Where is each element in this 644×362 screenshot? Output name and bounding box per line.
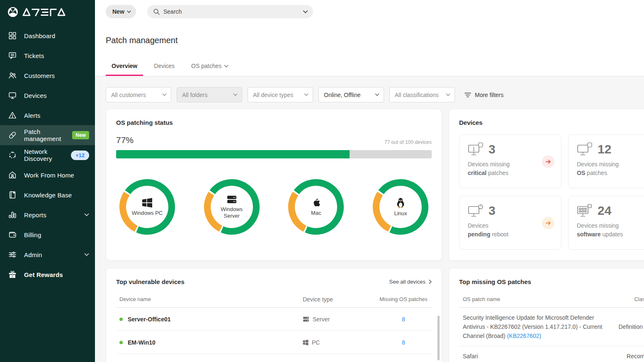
tab-label: Overview [112, 63, 137, 69]
sidebar-item-billing[interactable]: Billing [0, 225, 95, 245]
availability-filter-value: Online, Offline [324, 92, 375, 98]
tile-missing-software-updates[interactable]: 24 Devices missing software updates [568, 196, 644, 250]
missing-patches-link[interactable]: 8 [402, 316, 405, 323]
tile-line2-bold: pending [468, 231, 490, 238]
patched-percent: 77% [116, 135, 134, 145]
tile-missing-os-patches[interactable]: 12 Devices missing OS patches [568, 134, 644, 188]
folders-filter-value: All folders [182, 92, 233, 98]
atera-logo[interactable] [0, 0, 95, 23]
sidebar-item-patch-management[interactable]: Patch management New [0, 125, 95, 145]
card-title: Top vulnerable devices [116, 278, 185, 285]
classifications-filter[interactable]: All classifications [389, 87, 455, 102]
table-header: Device name Device type Missing OS patch… [116, 291, 432, 308]
patch-classification: Recommended [627, 353, 644, 360]
kb-link[interactable]: (KB2267602) [507, 333, 542, 339]
sidebar-item-admin[interactable]: Admin [0, 245, 95, 265]
arrow-right-icon[interactable] [542, 217, 554, 229]
admin-icon [7, 250, 17, 260]
devices-summary-card: Devices 3 Devices missing critical patch… [449, 109, 644, 261]
sidebar-item-label: Network Discovery [24, 148, 64, 162]
gift-icon [7, 270, 17, 279]
customers-filter[interactable]: All customers [106, 87, 171, 102]
sidebar-item-knowledge-base[interactable]: Knowledge Base [0, 185, 95, 205]
device-type: Server [313, 316, 330, 323]
chevron-down-icon[interactable] [303, 10, 308, 14]
chevron-down-icon [233, 93, 238, 96]
online-status-dot [119, 318, 123, 321]
apple-icon [311, 197, 321, 208]
knowledge-base-icon [7, 190, 17, 200]
tile-value: 3 [488, 142, 496, 156]
missing-patches-link[interactable]: 8 [402, 339, 405, 346]
sidebar-item-devices[interactable]: Devices [0, 85, 95, 105]
patch-classification: Definition Updates [619, 323, 644, 330]
mac-donut[interactable]: Mac [285, 176, 347, 238]
sidebar-item-label: Get Rewards [24, 271, 63, 278]
column-os-patch-name: OS patch name [463, 296, 623, 302]
app-root: Dashboard Tickets Customers Devices [0, 0, 644, 362]
sidebar-item-label: Billing [24, 231, 41, 238]
apps-monitor-icon [577, 204, 593, 218]
server-icon [226, 195, 237, 204]
tab-overview[interactable]: Overview [106, 63, 143, 76]
folders-filter[interactable]: All folders [177, 87, 242, 102]
table-row[interactable]: Server-Office01 Server 8 [116, 308, 432, 331]
table-row[interactable]: Security Intelligence Update for Microso… [459, 308, 644, 346]
new-button-label: New [112, 8, 124, 15]
dashboard-icon [7, 31, 17, 41]
availability-filter[interactable]: Online, Offline [318, 87, 384, 102]
sidebar-item-work-from-home[interactable]: Work From Home [0, 165, 95, 185]
tile-missing-critical-patches[interactable]: 3 Devices missing critical patches [459, 134, 561, 188]
sidebar-item-get-rewards[interactable]: Get Rewards [0, 265, 95, 284]
tab-os-patches[interactable]: OS patches [185, 63, 234, 76]
table-row[interactable]: Safari Recommended [459, 346, 644, 362]
sidebar-item-tickets[interactable]: Tickets [0, 46, 95, 66]
tile-pending-reboot[interactable]: 3 Devices pending reboot [459, 196, 561, 250]
sidebar-item-label: Devices [24, 92, 47, 99]
sidebar-item-customers[interactable]: Customers [0, 66, 95, 85]
new-button[interactable]: New [106, 5, 136, 18]
alerts-icon [7, 110, 17, 120]
tab-devices[interactable]: Devices [148, 63, 180, 76]
sidebar: Dashboard Tickets Customers Devices [0, 0, 95, 362]
chevron-down-icon [375, 93, 379, 96]
devices-icon [7, 90, 17, 100]
linux-icon [396, 197, 406, 208]
sidebar-item-dashboard[interactable]: Dashboard [0, 26, 95, 46]
device-name: Server-Office01 [128, 316, 171, 323]
patching-progress-fill [116, 150, 350, 158]
column-device-type: Device type [303, 296, 379, 303]
sidebar-item-label: Dashboard [24, 32, 55, 39]
sidebar-item-label: Customers [24, 72, 55, 79]
tile-line2-bold: critical [468, 170, 486, 176]
sidebar-item-alerts[interactable]: Alerts [0, 105, 95, 125]
server-icon [303, 316, 309, 322]
patching-progress-bar [116, 150, 432, 158]
tile-line2-rest: reboot [490, 231, 508, 238]
arrow-right-icon[interactable] [542, 155, 554, 168]
table-scrollbar[interactable] [437, 316, 440, 360]
tile-line1: Devices missing [577, 222, 619, 229]
windows-pc-donut[interactable]: Windows PC [116, 176, 178, 238]
chevron-down-icon [84, 213, 89, 216]
donut-label: Mac [311, 210, 321, 216]
tile-line2-bold: software [577, 231, 601, 238]
table-row[interactable]: EM-Win10 PC 8 [116, 331, 432, 354]
more-filters-button[interactable]: More filters [464, 92, 503, 98]
device-types-filter[interactable]: All device types [248, 87, 313, 102]
tile-line2-rest: patches [486, 170, 508, 176]
sidebar-item-reports[interactable]: Reports [0, 205, 95, 225]
atera-logo-mark-icon [7, 7, 18, 17]
sidebar-nav: Dashboard Tickets Customers Devices [0, 26, 95, 284]
device-type: PC [312, 339, 320, 346]
see-all-devices-link[interactable]: See all devices [389, 279, 432, 285]
sidebar-item-network-discovery[interactable]: Network Discovery +12 [0, 145, 95, 165]
tile-line2-bold: OS [577, 170, 585, 176]
tile-line1: Devices [468, 222, 488, 229]
chevron-down-icon [162, 93, 167, 96]
card-title: OS patching status [116, 119, 432, 126]
linux-donut[interactable]: Linux [369, 176, 432, 238]
sidebar-item-label: Reports [24, 211, 46, 219]
windows-server-donut[interactable]: Windows Server [201, 176, 263, 238]
search-input[interactable] [163, 8, 303, 15]
